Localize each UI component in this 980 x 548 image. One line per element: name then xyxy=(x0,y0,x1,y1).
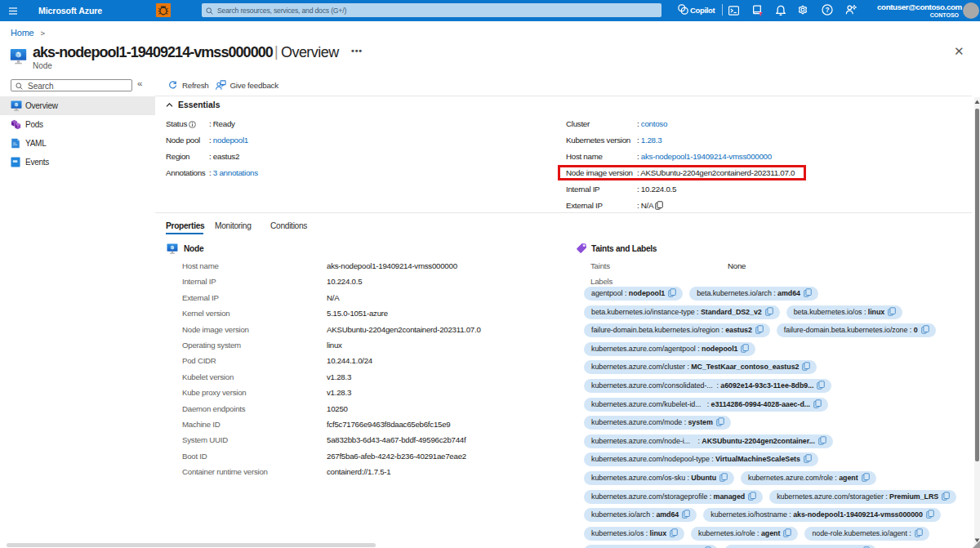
svg-text:?: ? xyxy=(825,6,829,14)
